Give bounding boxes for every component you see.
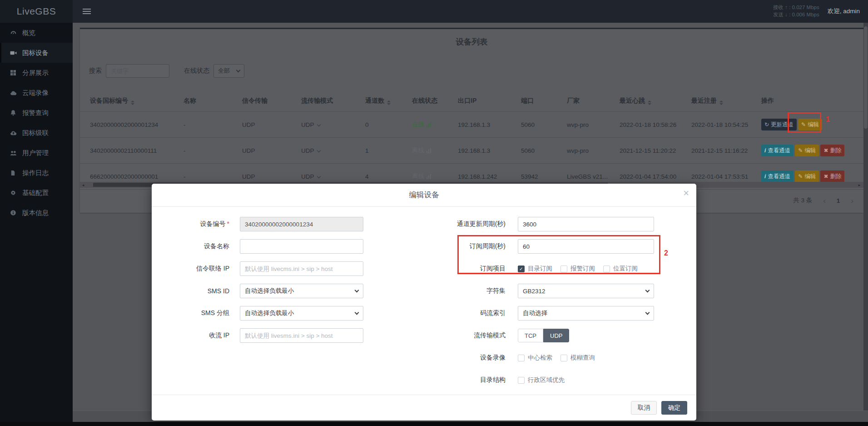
recv-ip-field[interactable] — [240, 328, 363, 343]
admin-region-checkbox[interactable]: 行政区域优先 — [518, 376, 565, 384]
brand-logo: LiveGBS — [0, 0, 73, 23]
prev-page-icon[interactable]: ‹ — [823, 197, 826, 205]
col-name: 名称 — [180, 90, 238, 112]
file-icon — [10, 170, 17, 176]
stream-index-label: 码流索引 — [433, 309, 506, 317]
sidebar-item-label: 概览 — [22, 29, 35, 37]
edit-button[interactable]: ✎编辑 — [795, 170, 819, 182]
update-channels-button[interactable]: ↻更新通道 — [761, 119, 797, 130]
device-id-field — [240, 217, 363, 231]
search-input[interactable] — [106, 64, 169, 78]
edit-button[interactable]: ✎编辑 — [795, 145, 819, 156]
scroll-right-icon[interactable]: ▸ — [856, 183, 863, 187]
signal-ip-label: 信令联络 IP — [164, 265, 229, 273]
delete-button[interactable]: ✖删除 — [820, 145, 844, 156]
sidebar-item-label: 用户管理 — [22, 149, 49, 157]
col-vendor: 厂家 — [563, 90, 616, 112]
center-search-checkbox[interactable]: 中心检索 — [518, 354, 552, 362]
dir-structure-label: 目录结构 — [433, 376, 506, 384]
sort-icon[interactable] — [648, 100, 651, 105]
udp-option[interactable]: UDP — [543, 329, 569, 342]
sidebar-item-gb-devices[interactable]: 国标设备 — [0, 43, 73, 63]
edit-icon: ✎ — [798, 148, 803, 153]
fuzzy-query-checkbox[interactable]: 模糊查询 — [560, 354, 595, 362]
sidebar-item-label: 版本信息 — [22, 209, 49, 217]
checkbox-icon — [518, 355, 525, 361]
send-rate: 发送 ↓ : 0.006 Mbps — [773, 12, 819, 18]
modal-right-column: 通道更新周期(秒) 订阅周期(秒) 订阅项目 ✓目录订阅 报警订阅 位置订阅 字… — [433, 217, 687, 395]
sidebar-item-basic-config[interactable]: 基础配置 — [0, 183, 73, 203]
col-signaling: 信令传输 — [238, 90, 298, 112]
device-id-label: 设备编号* — [164, 220, 229, 228]
subscribe-period-field[interactable] — [518, 239, 654, 254]
channel-refresh-field[interactable] — [518, 217, 654, 231]
sidebar-item-user-management[interactable]: 用户管理 — [0, 143, 73, 163]
signal-ip-field[interactable] — [240, 261, 363, 276]
page-number[interactable]: 1 — [837, 197, 840, 204]
close-icon[interactable]: × — [683, 188, 689, 198]
view-channels-button[interactable]: i查看通道 — [761, 170, 794, 182]
sort-icon[interactable] — [719, 100, 723, 105]
confirm-button[interactable]: 确定 — [661, 401, 687, 415]
info-icon: i — [764, 174, 766, 179]
cancel-button[interactable]: 取消 — [631, 401, 657, 415]
info-circle-icon — [10, 210, 17, 216]
table-header-row: 设备国标编号 名称 信令传输 流传输模式 通道数 在线状态 出口IP 端口 厂家… — [80, 90, 863, 112]
sidebar-item-version-info[interactable]: 版本信息 — [0, 203, 73, 223]
annotation-number-2: 2 — [664, 249, 668, 257]
chevron-down-icon — [317, 122, 320, 126]
tcp-option[interactable]: TCP — [518, 329, 543, 342]
page-title: 设备列表 — [80, 36, 863, 47]
sort-icon[interactable] — [131, 100, 134, 105]
window-v-scrollbar[interactable] — [863, 23, 868, 411]
close-x-icon: ✖ — [823, 174, 828, 179]
stream-mode-dropdown[interactable]: UDP — [298, 138, 362, 164]
grid-icon — [10, 70, 17, 76]
bar-chart-icon — [427, 174, 431, 179]
status-badge: 离线 — [412, 146, 431, 155]
chevron-down-icon — [645, 288, 650, 292]
stream-mode-dropdown[interactable]: UDP — [298, 112, 362, 138]
sms-id-select[interactable]: 自动选择负载最小 — [240, 284, 363, 298]
col-heartbeat[interactable]: 最近心跳 — [616, 90, 688, 112]
col-channels[interactable]: 通道数 — [362, 90, 408, 112]
scrollbar-thumb[interactable] — [864, 26, 868, 129]
view-channels-button[interactable]: i查看通道 — [761, 145, 794, 156]
alarm-subscribe-checkbox[interactable]: 报警订阅 — [560, 265, 595, 273]
sidebar-item-label: 云端录像 — [22, 89, 49, 97]
stream-index-select[interactable]: 自动选择 — [518, 306, 654, 321]
position-subscribe-checkbox[interactable]: 位置订阅 — [603, 265, 638, 273]
status-badge[interactable]: 在线 — [412, 120, 431, 129]
table-row: 34020000002000001234 - UDP UDP 0 在线 192.… — [80, 112, 863, 138]
device-name-field[interactable] — [240, 239, 363, 254]
col-device-id[interactable]: 设备国标编号 — [80, 90, 180, 112]
refresh-icon: ↻ — [764, 122, 769, 127]
sidebar-item-cloud-record[interactable]: 云端录像 — [0, 83, 73, 103]
delete-button[interactable]: ✖删除 — [820, 170, 844, 182]
sms-group-select[interactable]: 自动选择负载最小 — [240, 306, 363, 321]
checkbox-icon — [560, 355, 567, 361]
next-page-icon[interactable]: › — [851, 197, 853, 205]
edit-button[interactable]: ✎编辑 — [798, 119, 822, 130]
edit-icon: ✎ — [801, 122, 806, 127]
sidebar-item-overview[interactable]: 概览 — [0, 23, 73, 43]
gauge-icon — [10, 30, 17, 36]
sidebar-item-operation-log[interactable]: 操作日志 — [0, 163, 73, 183]
modal-header: 编辑设备 × — [152, 184, 696, 207]
col-registered[interactable]: 最近注册 — [688, 90, 758, 112]
sidebar-item-split-screen[interactable]: 分屏展示 — [0, 63, 73, 83]
sidebar-item-alarm-query[interactable]: 报警查询 — [0, 103, 73, 123]
scroll-left-icon[interactable]: ◂ — [80, 183, 86, 187]
online-status-select[interactable]: 全部 — [213, 64, 244, 78]
sidebar-toggle-icon[interactable] — [83, 9, 91, 14]
top-navbar: 接收 ↑ : 0.027 Mbps 发送 ↓ : 0.006 Mbps 欢迎, … — [73, 0, 868, 23]
sidebar-item-label: 报警查询 — [22, 109, 49, 117]
user-menu[interactable]: 欢迎, admin — [828, 7, 860, 15]
sidebar-item-gb-cascade[interactable]: 国标级联 — [0, 123, 73, 143]
catalog-subscribe-checkbox[interactable]: ✓目录订阅 — [518, 265, 552, 273]
charset-select[interactable]: GB2312 — [518, 284, 654, 298]
checkbox-icon — [518, 377, 525, 384]
sort-icon[interactable] — [387, 100, 391, 105]
chevron-down-icon — [355, 288, 359, 292]
recv-ip-label: 收流 IP — [164, 331, 229, 340]
